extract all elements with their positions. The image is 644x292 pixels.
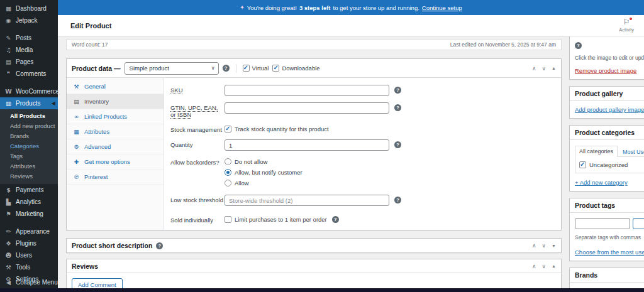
- chevron-down-icon: ∨: [211, 65, 215, 71]
- choose-most-used-tags-link[interactable]: Choose from the most used tags: [575, 249, 644, 256]
- help-icon[interactable]: [394, 104, 401, 111]
- submenu-item-attributes[interactable]: Attributes: [0, 161, 58, 171]
- sidebar-item-label: Dashboard: [16, 5, 47, 12]
- low-stock-input[interactable]: [225, 195, 389, 206]
- limit-purchases-checkbox[interactable]: Limit purchases to 1 item per order: [225, 215, 327, 223]
- help-icon[interactable]: [394, 87, 401, 94]
- radio-allow[interactable]: Allow: [225, 180, 303, 187]
- toggle-panel-button[interactable]: ▲: [552, 264, 556, 268]
- tab-general[interactable]: ⚒ General: [67, 79, 164, 94]
- linked-products-icon: ∞: [73, 114, 80, 120]
- submenu-item-brands[interactable]: Brands: [0, 131, 58, 141]
- sidebar-item-label: Products: [16, 100, 40, 107]
- track-stock-checkbox[interactable]: Track stock quantity for this product: [225, 124, 329, 132]
- help-icon[interactable]: [223, 65, 230, 72]
- sidebar-item-analytics[interactable]: ▙ Analytics: [0, 196, 58, 208]
- move-down-button[interactable]: ∨: [541, 242, 546, 249]
- radio-label: Allow, but notify customer: [235, 169, 303, 176]
- sidebar-item-jetpack[interactable]: ◉ Jetpack: [0, 14, 58, 26]
- add-tag-button[interactable]: [633, 218, 644, 229]
- tab-attributes[interactable]: ▦ Attributes: [67, 124, 164, 139]
- toggle-panel-button[interactable]: ▲: [552, 66, 556, 70]
- product-type-select[interactable]: Simple product ∨: [125, 62, 219, 75]
- sku-input[interactable]: [225, 85, 389, 96]
- submenu-item-all-products[interactable]: All Products: [0, 111, 58, 121]
- move-down-button[interactable]: ∨: [541, 65, 546, 72]
- tab-get-more-options[interactable]: ✚ Get more options: [67, 154, 164, 170]
- reviews-header[interactable]: Reviews ∧ ∨ ▲: [67, 259, 561, 273]
- help-icon[interactable]: [394, 197, 401, 203]
- radio-do-not-allow[interactable]: Do not allow: [225, 158, 303, 165]
- sidebar-item-appearance[interactable]: ✏ Appearance: [0, 225, 58, 237]
- tab-all-categories[interactable]: All categories: [575, 146, 618, 157]
- panel-title: Product gallery: [570, 87, 644, 101]
- page-title: Edit Product: [58, 22, 111, 30]
- sidebar-item-label: Tools: [16, 264, 30, 271]
- radio-allow-notify[interactable]: Allow, but notify customer: [225, 169, 303, 176]
- move-up-button[interactable]: ∧: [532, 263, 536, 269]
- tab-label: Attributes: [84, 128, 109, 135]
- help-icon[interactable]: [332, 216, 339, 223]
- move-down-button[interactable]: ∨: [541, 263, 546, 269]
- sidebar-item-media[interactable]: ♫ Media: [0, 44, 58, 56]
- product-data-header: Product data — Simple product ∨ Virtual …: [67, 59, 561, 78]
- downloadable-checkbox[interactable]: Downloadable: [272, 65, 319, 72]
- sidebar-item-dashboard[interactable]: ▦ Dashboard: [0, 3, 58, 14]
- gtin-input[interactable]: [225, 102, 389, 114]
- products-icon: ▥: [5, 100, 12, 107]
- banner-text: You're doing great!: [247, 4, 297, 11]
- short-description-header[interactable]: Product short description ∧ ∨ ▼: [67, 239, 561, 252]
- category-list: Uncategorized: [575, 156, 644, 173]
- product-data-panel: Product data — Simple product ∨ Virtual …: [66, 58, 562, 230]
- sidebar-item-collapse-menu[interactable]: ◀ Collapse Menu: [0, 276, 58, 288]
- category-checkbox-uncategorized[interactable]: Uncategorized: [579, 161, 641, 168]
- sidebar-item-payments[interactable]: $ Payments: [0, 184, 58, 196]
- sidebar-item-woocommerce[interactable]: W WooCommerce: [0, 85, 58, 97]
- radio-icon: [225, 180, 231, 187]
- tab-advanced[interactable]: ⚙ Advanced: [67, 139, 164, 154]
- gtin-label: GTIN, UPC, EAN, or ISBN: [170, 102, 225, 118]
- quantity-input[interactable]: [225, 139, 389, 151]
- tab-label: Pinterest: [84, 173, 108, 180]
- remove-product-image-link[interactable]: Remove product image: [575, 67, 636, 74]
- sku-row: SKU: [170, 85, 553, 96]
- sidebar-item-plugins[interactable]: ❖ Plugins: [0, 237, 58, 249]
- tab-label: Linked Products: [84, 113, 127, 120]
- submenu-item-reviews[interactable]: Reviews: [0, 171, 58, 181]
- sidebar-item-comments[interactable]: ❞ Comments: [0, 68, 58, 80]
- move-up-button[interactable]: ∧: [532, 65, 536, 72]
- continue-setup-link[interactable]: Continue setup: [422, 4, 462, 11]
- add-gallery-images-link[interactable]: Add product gallery images: [575, 106, 644, 113]
- sidebar-item-products[interactable]: ▥ Products ◀: [0, 97, 58, 109]
- sidebar-item-marketing[interactable]: ⚑ Marketing: [0, 208, 58, 220]
- right-sidebar: Click the image to edit or update Remove…: [569, 36, 644, 292]
- help-icon[interactable]: [575, 42, 582, 49]
- sidebar-item-users[interactable]: ☻ Users: [0, 249, 58, 261]
- submenu-item-categories[interactable]: Categories: [0, 141, 58, 151]
- tab-pinterest[interactable]: ℗ Pinterest: [67, 170, 164, 185]
- tab-label: Inventory: [84, 98, 109, 105]
- tab-linked-products[interactable]: ∞ Linked Products: [67, 109, 164, 124]
- virtual-checkbox[interactable]: Virtual: [243, 65, 269, 72]
- analytics-icon: ▙: [5, 198, 12, 205]
- submenu-item-tags[interactable]: Tags: [0, 151, 58, 161]
- sold-individually-row: Sold individually Limit purchases to 1 i…: [170, 215, 553, 224]
- toggle-panel-button[interactable]: ▼: [552, 244, 556, 248]
- product-data-tabs: ⚒ General ▤ Inventory ∞ Linked Products …: [67, 78, 164, 230]
- sidebar-item-pages[interactable]: ▤ Pages: [0, 56, 58, 68]
- help-icon[interactable]: [156, 242, 163, 249]
- product-type-value: Simple product: [130, 65, 169, 72]
- sidebar-item-tools[interactable]: ⚒ Tools: [0, 261, 58, 273]
- activity-button[interactable]: ⚐ Activity: [619, 18, 634, 33]
- tab-inventory[interactable]: ▤ Inventory: [67, 94, 164, 109]
- sidebar-item-posts[interactable]: ✎ Posts: [0, 32, 58, 44]
- panel-title: Product tags: [570, 198, 644, 213]
- tag-input[interactable]: [575, 218, 630, 229]
- move-up-button[interactable]: ∧: [532, 242, 536, 249]
- panel-controls: ∧ ∨ ▲: [532, 263, 556, 269]
- panel-title: Product data —: [72, 65, 121, 72]
- add-new-category-link[interactable]: + Add new category: [575, 179, 628, 186]
- tab-most-used[interactable]: Most Used: [623, 147, 644, 157]
- help-icon[interactable]: [394, 141, 401, 148]
- submenu-item-add-new-product[interactable]: Add new product: [0, 121, 58, 131]
